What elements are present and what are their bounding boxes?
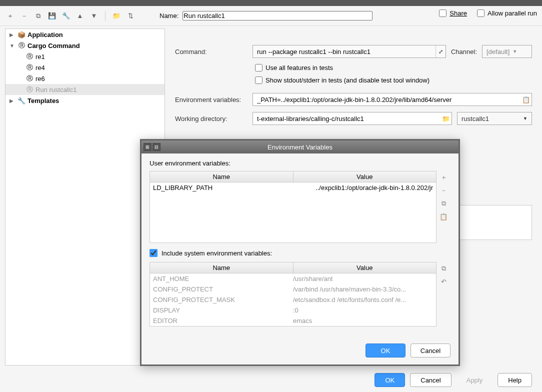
add-icon[interactable]: ＋ xyxy=(5,11,15,21)
dialog-body: User environment variables: Name Value L… xyxy=(142,154,458,338)
command-input[interactable] xyxy=(253,45,436,58)
toolbar-separator xyxy=(105,11,106,21)
cell-name: DISPLAY xyxy=(153,306,293,314)
user-env-table[interactable]: Name Value LD_LIBRARY_PATH ../expclib1:/… xyxy=(150,171,436,243)
dialog-cancel-button[interactable]: Cancel xyxy=(410,344,450,358)
move-down-icon[interactable]: ▼ xyxy=(89,11,99,21)
sort-icon[interactable]: ⇅ xyxy=(126,11,136,21)
dialog-button-bar: OK Cancel xyxy=(142,338,458,364)
name-input[interactable] xyxy=(182,11,372,20)
browse-icon[interactable]: 📁 xyxy=(440,115,452,122)
ok-button[interactable]: OK xyxy=(374,373,405,387)
window-button-icon[interactable]: ⊟ xyxy=(152,143,160,151)
copy-icon[interactable]: ⧉ xyxy=(439,264,448,273)
workdir-input[interactable] xyxy=(253,112,440,125)
remove-icon[interactable]: － xyxy=(439,186,448,195)
table-row[interactable]: LD_LIBRARY_PATH ../expclib1:/opt/oracle-… xyxy=(150,182,436,193)
name-label: Name: xyxy=(160,12,178,20)
stdout-label: Show stdout/stderr in tests (and disable… xyxy=(266,76,430,84)
help-button[interactable]: Help xyxy=(498,373,532,387)
dialog-ok-button[interactable]: OK xyxy=(366,344,406,358)
add-icon[interactable]: ＋ xyxy=(439,173,448,182)
expand-icon[interactable]: ▶ xyxy=(10,98,16,104)
table-row[interactable]: ANT_HOME /usr/share/ant xyxy=(150,274,436,284)
rust-icon: Ⓡ xyxy=(26,86,34,94)
main-button-bar: OK Cancel Apply Help xyxy=(374,373,532,387)
copy-icon[interactable]: ⧉ xyxy=(33,11,43,21)
use-all-features-checkbox[interactable]: Use all features in tests xyxy=(255,64,532,72)
include-check-input[interactable] xyxy=(150,249,158,257)
table-row[interactable]: CONFIG_PROTECT /var/bind /usr/share/mave… xyxy=(150,284,436,294)
table-row[interactable]: DISPLAY :0 xyxy=(150,305,436,316)
expand-icon[interactable]: ▶ xyxy=(10,32,16,38)
share-check-input[interactable] xyxy=(439,10,446,17)
show-stdout-checkbox[interactable]: Show stdout/stderr in tests (and disable… xyxy=(255,76,532,84)
name-header[interactable]: Name xyxy=(150,262,294,273)
tree-item-re1[interactable]: Ⓡ re1 xyxy=(6,51,164,62)
name-header[interactable]: Name xyxy=(150,172,294,182)
module-value: rustcallc1 xyxy=(462,115,489,122)
revert-icon[interactable]: ↶ xyxy=(439,277,448,286)
remove-icon[interactable]: － xyxy=(19,11,29,21)
tree-label: Application xyxy=(28,31,63,38)
share-checkbox[interactable]: Share xyxy=(439,10,467,17)
parallel-run-checkbox[interactable]: Allow parallel run xyxy=(477,10,537,17)
module-select[interactable]: rustcallc1 ▼ xyxy=(457,112,532,125)
cell-value: /var/bind /usr/share/maven-bin-3.3/co... xyxy=(293,286,433,293)
env-variables-dialog: ⊞ ⊟ Environment Variables User environme… xyxy=(140,139,460,366)
parallel-check-input[interactable] xyxy=(477,10,484,17)
rust-icon: Ⓡ xyxy=(26,52,34,60)
window-button-icon[interactable]: ⊞ xyxy=(144,143,152,151)
channel-label: Channel: xyxy=(451,48,477,56)
cell-value: ../expclib1:/opt/oracle-jdk-bin-1.8.0.20… xyxy=(293,184,433,192)
toolbar: ＋ － ⧉ 💾 🔧 ▲ ▼ 📁 ⇅ Name: Share Allow para… xyxy=(0,6,542,26)
table-row[interactable]: EDITOR emacs xyxy=(150,316,436,326)
env-label: Environment variables: xyxy=(175,96,248,104)
collapse-icon[interactable]: ▼ xyxy=(10,43,16,48)
stdout-check-input[interactable] xyxy=(255,76,262,84)
include-label: Include system environment variables: xyxy=(162,250,272,257)
cell-name: LD_LIBRARY_PATH xyxy=(153,184,293,192)
system-env-table[interactable]: Name Value ANT_HOME /usr/share/ant CONFI… xyxy=(150,262,436,326)
value-header[interactable]: Value xyxy=(294,172,436,182)
folder-icon[interactable]: 📁 xyxy=(112,11,122,21)
features-check-input[interactable] xyxy=(255,64,262,72)
paste-icon[interactable]: 📋 xyxy=(439,212,448,221)
save-icon[interactable]: 💾 xyxy=(47,11,57,21)
value-header[interactable]: Value xyxy=(294,262,436,273)
chevron-down-icon: ▼ xyxy=(512,49,517,54)
cell-value: emacs xyxy=(293,317,433,324)
tree-cargo-command[interactable]: ▼ Ⓡ Cargo Command xyxy=(6,40,164,51)
table-row[interactable]: CONFIG_PROTECT_MASK /etc/sandbox.d /etc/… xyxy=(150,294,436,305)
wrench-icon[interactable]: 🔧 xyxy=(61,11,71,21)
tree-templates[interactable]: ▶ 🔧 Templates xyxy=(6,95,164,106)
rust-icon: Ⓡ xyxy=(18,42,26,50)
tree-application[interactable]: ▶ 📦 Application xyxy=(6,29,164,40)
parallel-label: Allow parallel run xyxy=(488,10,537,17)
tree-item-run-rustcallc1[interactable]: Ⓡ Run rustcallc1 xyxy=(6,84,164,95)
env-input[interactable] xyxy=(253,93,520,106)
dialog-titlebar[interactable]: ⊞ ⊟ Environment Variables xyxy=(142,140,458,154)
tree-label: re6 xyxy=(36,75,45,82)
tree-item-re4[interactable]: Ⓡ re4 xyxy=(6,62,164,73)
move-up-icon[interactable]: ▲ xyxy=(75,11,85,21)
cell-name: EDITOR xyxy=(153,317,293,324)
copy-icon[interactable]: ⧉ xyxy=(439,199,448,208)
cancel-button[interactable]: Cancel xyxy=(410,373,451,387)
expand-icon[interactable]: ⤢ xyxy=(436,46,446,58)
tree-label: re4 xyxy=(36,64,45,72)
cell-name: CONFIG_PROTECT xyxy=(153,286,293,293)
wrench-icon: 🔧 xyxy=(18,96,26,104)
tree-item-re6[interactable]: Ⓡ re6 xyxy=(6,73,164,84)
include-system-checkbox[interactable]: Include system environment variables: xyxy=(150,249,450,257)
user-env-label: User environment variables: xyxy=(150,160,450,167)
rust-icon: Ⓡ xyxy=(26,74,34,82)
window-titlebar xyxy=(0,0,542,6)
chevron-down-icon: ▼ xyxy=(523,116,528,121)
channel-select[interactable]: [default] ▼ xyxy=(482,45,532,58)
share-label: Share xyxy=(450,10,467,17)
edit-env-icon[interactable]: 📋 xyxy=(520,96,532,104)
workdir-label: Working directory: xyxy=(175,115,248,122)
rust-icon: Ⓡ xyxy=(26,64,34,72)
apply-button[interactable]: Apply xyxy=(456,373,493,387)
